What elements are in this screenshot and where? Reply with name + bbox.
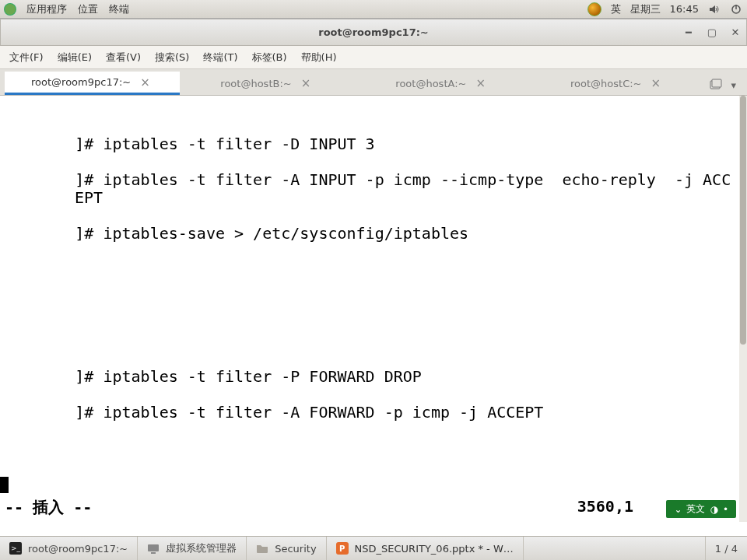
distro-icon xyxy=(5,4,16,15)
menu-edit[interactable]: 编辑(E) xyxy=(53,49,96,66)
clock-time: 16:45 xyxy=(670,3,699,15)
terminal-line: ]# iptables -t filter -P FORWARD DROP xyxy=(0,368,739,386)
menu-terminal[interactable]: 终端 xyxy=(109,2,129,16)
task-label: Security xyxy=(275,543,316,555)
tab-close-icon[interactable]: × xyxy=(648,76,665,90)
menu-applications[interactable]: 应用程序 xyxy=(26,2,67,16)
terminal-line: ]# iptables -t filter -A FORWARD -p icmp… xyxy=(0,404,739,422)
terminal-icon: >_ xyxy=(9,542,22,555)
minimize-button[interactable]: ━ xyxy=(681,25,696,40)
new-tab-icon[interactable] xyxy=(710,79,722,92)
wps-icon: P xyxy=(336,542,349,555)
tab-close-icon[interactable]: × xyxy=(472,76,489,90)
power-icon[interactable] xyxy=(730,3,742,16)
terminal-line xyxy=(0,261,739,278)
ime-language-label: 英文 xyxy=(686,502,705,516)
scrollbar-thumb[interactable] xyxy=(740,96,746,345)
ime-half-width-icon: ◑ xyxy=(710,504,717,515)
task-security-folder[interactable]: Security xyxy=(247,537,326,560)
window-title: root@room9pc17:~ xyxy=(318,26,429,38)
svg-rect-3 xyxy=(712,79,721,87)
ime-floating-badge[interactable]: ⌄ 英文 ◑ • xyxy=(666,500,736,518)
terminal-menubar: 文件(F) 编辑(E) 查看(V) 搜索(S) 终端(T) 标签(B) 帮助(H… xyxy=(0,46,747,69)
task-label: root@room9pc17:~ xyxy=(28,543,128,555)
menu-tabs[interactable]: 标签(B) xyxy=(247,49,292,66)
tab-label: root@hostA:~ xyxy=(395,78,466,89)
task-virt-manager[interactable]: 虚拟系统管理器 xyxy=(138,537,247,560)
tab-close-icon[interactable]: × xyxy=(298,76,314,90)
workspace-pager[interactable]: 1 / 4 xyxy=(705,537,747,560)
terminal-line: ]# iptables -t filter -A INPUT -p icmp -… xyxy=(0,171,739,207)
task-label: NSD_SECURITY_06.pptx * - W… xyxy=(355,543,514,555)
virt-manager-icon xyxy=(147,542,160,555)
terminal-tabbar: root@room9pc17:~ × root@hostB:~ × root@h… xyxy=(0,69,747,96)
tab-label: root@hostB:~ xyxy=(220,78,291,89)
maximize-button[interactable]: ▢ xyxy=(704,25,720,40)
tab-close-icon[interactable]: × xyxy=(137,75,153,89)
menu-places[interactable]: 位置 xyxy=(78,2,98,16)
menu-search[interactable]: 搜索(S) xyxy=(150,49,194,66)
ime-punct-icon: • xyxy=(723,504,728,515)
vim-status-line: -- 插入 -- 3560,1 xyxy=(0,497,739,518)
menu-view[interactable]: 查看(V) xyxy=(101,49,146,66)
task-wps-presentation[interactable]: P NSD_SECURITY_06.pptx * - W… xyxy=(327,537,524,560)
folder-icon xyxy=(256,542,268,555)
text-cursor xyxy=(0,477,9,493)
menu-file[interactable]: 文件(F) xyxy=(5,49,48,66)
notification-icon[interactable] xyxy=(587,2,601,16)
task-label: 虚拟系统管理器 xyxy=(166,541,237,555)
ime-chevron-icon: ⌄ xyxy=(674,504,682,515)
tab-hostb[interactable]: root@hostB:~ × xyxy=(180,72,355,95)
volume-icon[interactable] xyxy=(708,3,721,16)
tab-hosta[interactable]: root@hostA:~ × xyxy=(355,72,530,95)
terminal-line xyxy=(0,332,739,350)
terminal-viewport[interactable]: ]# iptables -t filter -D INPUT 3 ]# ipta… xyxy=(0,96,739,522)
terminal-line xyxy=(0,475,739,493)
terminal-line xyxy=(0,296,739,314)
window-titlebar: root@room9pc17:~ ━ ▢ ✕ xyxy=(0,19,747,46)
terminal-scrollbar[interactable] xyxy=(739,96,747,522)
menu-terminal-menu[interactable]: 终端(T) xyxy=(198,49,242,66)
ime-indicator[interactable]: 英 xyxy=(611,2,621,16)
tab-menu-chevron-icon[interactable]: ▾ xyxy=(731,79,737,91)
svg-rect-5 xyxy=(151,552,156,554)
terminal-line: ]# iptables -t filter -D INPUT 3 xyxy=(0,135,739,153)
tab-hostc[interactable]: root@hostC:~ × xyxy=(530,72,705,95)
gnome-top-panel: 应用程序 位置 终端 英 星期三 16:45 xyxy=(0,0,747,19)
vim-mode: -- 插入 -- xyxy=(5,497,92,518)
task-terminal[interactable]: >_ root@room9pc17:~ xyxy=(0,537,138,560)
terminal-line: ]# iptables-save > /etc/sysconfig/iptabl… xyxy=(0,225,739,243)
tab-room9pc17[interactable]: root@room9pc17:~ × xyxy=(5,72,180,95)
close-button[interactable]: ✕ xyxy=(728,25,743,40)
terminal-line xyxy=(0,439,739,457)
pager-label: 1 / 4 xyxy=(715,543,738,555)
tab-label: root@hostC:~ xyxy=(570,78,641,89)
clock-day: 星期三 xyxy=(630,2,661,16)
tab-label: root@room9pc17:~ xyxy=(31,76,131,88)
gnome-bottom-panel: >_ root@room9pc17:~ 虚拟系统管理器 Security P N… xyxy=(0,536,747,560)
vim-cursor-position: 3560,1 xyxy=(577,497,633,518)
menu-help[interactable]: 帮助(H) xyxy=(296,49,342,66)
svg-rect-4 xyxy=(148,544,159,551)
